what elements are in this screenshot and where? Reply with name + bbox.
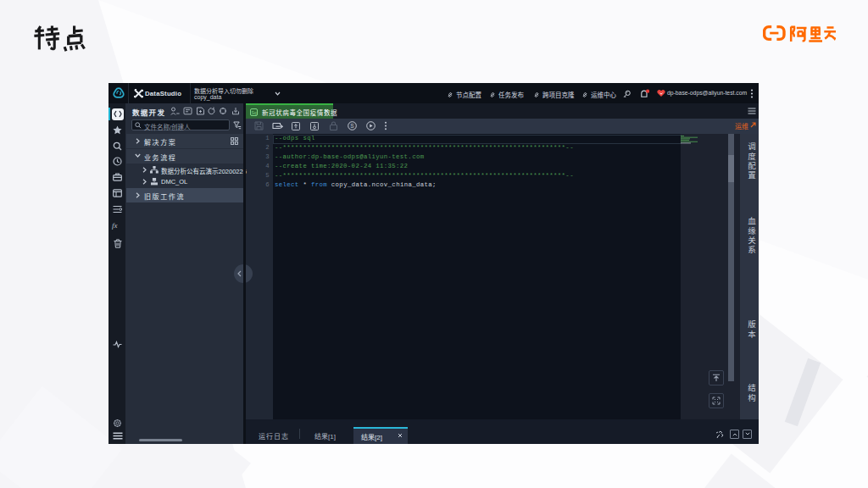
svg-text:Sq: Sq	[251, 109, 256, 114]
svg-text:S: S	[350, 123, 354, 129]
